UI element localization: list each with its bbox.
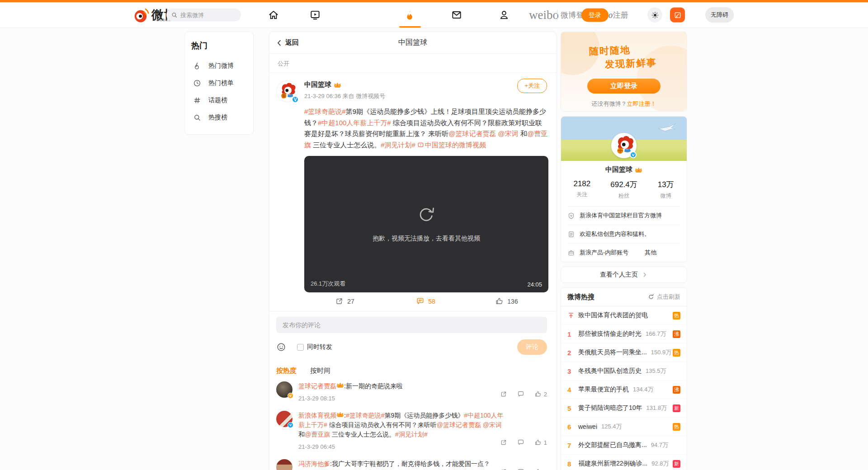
mention-link[interactable]: @宋词 — [498, 130, 519, 137]
hashtag-link[interactable]: #篮球奇葩说# — [346, 412, 385, 419]
vip-crown-icon — [336, 382, 344, 388]
comment-like-button[interactable]: 1 — [534, 439, 547, 446]
comment-reply-button[interactable] — [517, 439, 524, 446]
post-timestamp-source: 21-3-29 06:36 来自 微博视频号 — [304, 92, 385, 100]
comment-share-button[interactable] — [500, 390, 507, 398]
post-author-name[interactable]: 中国篮球 — [304, 80, 385, 89]
profile-icon[interactable] — [498, 9, 510, 21]
plane-icon — [657, 123, 677, 133]
hot-search-item[interactable]: 3冬残奥中国队创造历史135.5万 — [561, 362, 687, 381]
hot-search-count: 135.5万 — [646, 367, 680, 375]
comment-body: 冯济海他爹:我广大哥李宁鞋都扔了，耐克得给多钱，才能爱国一点？21-3-29 0… — [298, 459, 506, 470]
vip-crown-icon — [334, 82, 341, 88]
sidebar-title: 热门 — [185, 38, 253, 57]
login-button[interactable]: 登录 — [581, 8, 609, 22]
login-promo-card: 随时随地 发现新鲜事 立即登录 还没有微博？立即注册！ — [561, 32, 687, 112]
hot-search-item[interactable]: 2美俄航天员将一同乘坐...150.9万热 — [561, 343, 687, 362]
mention-link[interactable]: @曹亚旗 — [305, 431, 330, 438]
comment-reply-button[interactable] — [517, 468, 524, 470]
hot-search-text: 福建泉州新增22例确诊... — [578, 460, 647, 468]
comment-like-button[interactable]: 9 — [534, 468, 547, 470]
repost-checkbox-row[interactable]: 同时转发 — [297, 343, 332, 351]
share-count: 27 — [347, 298, 354, 305]
hot-search-rank: 5 — [567, 404, 578, 412]
repost-checkbox[interactable] — [297, 344, 304, 351]
video-link[interactable]: 中国篮球的微博视频 — [417, 141, 486, 149]
search-input[interactable] — [180, 12, 230, 19]
hashtag-link[interactable]: #洞见计划# — [395, 431, 428, 438]
home-icon[interactable] — [268, 9, 279, 21]
mention-link[interactable]: @宋词 — [483, 421, 502, 428]
post-text-segment: 三位专业人士怎么说。 — [330, 431, 395, 438]
comment-share-button[interactable] — [500, 468, 507, 470]
register-text[interactable]: 注册 — [613, 10, 628, 20]
comment-input[interactable] — [276, 317, 547, 333]
hashtag-link[interactable]: #篮球奇葩说# — [304, 108, 346, 115]
emoji-button[interactable] — [276, 342, 286, 352]
accessibility-button[interactable]: 无障碍 — [705, 7, 734, 23]
profile-stat-粉丝[interactable]: 692.4万粉丝 — [603, 179, 645, 200]
comment-avatar[interactable]: V — [276, 411, 292, 427]
comment-author-name[interactable]: 新浪体育视频 — [298, 412, 336, 419]
profile-stat-微博[interactable]: 13万微博 — [645, 179, 687, 200]
view-profile-button[interactable]: 查看个人主页 — [561, 267, 687, 283]
submit-comment-button[interactable]: 评论 — [517, 339, 547, 355]
video-link-label: 中国篮球的微博视频 — [425, 141, 486, 149]
share-button[interactable]: 27 — [304, 297, 385, 306]
comment-avatar[interactable] — [276, 459, 292, 470]
register-link[interactable]: 立即注册！ — [627, 100, 656, 107]
mail-icon[interactable] — [451, 9, 462, 21]
mention-link[interactable]: @篮球记者贾磊 — [437, 421, 481, 428]
profile-avatar[interactable]: V — [611, 133, 637, 158]
sidebar-item-1[interactable]: 热门榜单 — [185, 75, 253, 92]
video-icon[interactable] — [309, 9, 321, 21]
sidebar-item-label: 热门榜单 — [208, 79, 234, 87]
hot-search-item[interactable]: 1那些被疫情偷走的时光166.7万沸 — [561, 325, 687, 343]
comment-text: 新浪体育视频:#篮球奇葩说#第9期《运动员能挣多少钱》#中超100人年薪上千万#… — [298, 412, 503, 438]
comment-like-count: 9 — [544, 469, 547, 470]
post-action-bar: 27 58 136 — [304, 297, 547, 311]
compose-button[interactable] — [670, 8, 685, 23]
tab-sort-hot[interactable]: 按热度 — [276, 367, 297, 375]
sidebar-item-0[interactable]: 热门微博 — [185, 57, 253, 75]
hot-search-item[interactable]: 7外交部提醒已自乌撤离...94.7万 — [561, 436, 687, 455]
comment-author-name[interactable]: 冯济海他爹 — [298, 460, 330, 467]
weibo-slogan: 随时随地 发现新鲜事 — [561, 32, 687, 72]
hot-search-item[interactable]: 8福建泉州新增22例确诊...92.8万新 — [561, 455, 687, 470]
promo-login-button[interactable]: 立即登录 — [587, 79, 660, 94]
comment-count: 58 — [428, 298, 435, 305]
hot-fire-icon[interactable] — [404, 9, 416, 21]
hot-search-item[interactable]: 4苹果最便宜的手机134.4万沸 — [561, 381, 687, 399]
like-button[interactable]: 136 — [466, 297, 547, 306]
video-error-text: 抱歉，视频无法播放，去看看其他视频 — [373, 235, 480, 243]
comment-author-name[interactable]: 篮球记者贾磊 — [298, 382, 336, 390]
tab-sort-time[interactable]: 按时间 — [310, 367, 330, 375]
back-label: 返回 — [285, 38, 299, 47]
search-icon — [171, 12, 178, 19]
hot-search-item[interactable]: 致中国体育代表团的贺电热 — [561, 306, 687, 325]
repost-label: 同时转发 — [307, 343, 332, 351]
sidebar-item-2[interactable]: 话题榜 — [185, 92, 253, 109]
hashtag-link[interactable]: #洞见计划# — [381, 141, 415, 149]
comment-avatar[interactable]: V — [276, 381, 292, 398]
mention-link[interactable]: @篮球记者贾磊 — [448, 130, 496, 137]
hashtag-link[interactable]: #中超100人年薪上千万# — [318, 119, 391, 127]
hot-search-item[interactable]: 5黄子韬陆询暗恋了10年131.8万新 — [561, 399, 687, 418]
comment-reply-button[interactable] — [517, 390, 524, 398]
theme-toggle-button[interactable] — [647, 8, 662, 23]
profile-stat-关注[interactable]: 2182关注 — [561, 179, 603, 200]
refresh-button[interactable]: 点击刷新 — [648, 293, 680, 301]
comment-like-button[interactable]: 2 — [534, 390, 547, 398]
sidebar-item-3[interactable]: 热搜榜 — [185, 109, 253, 126]
post-text-segment: 和 — [298, 431, 305, 438]
refresh-label: 点击刷新 — [657, 293, 680, 301]
comment-button[interactable]: 58 — [385, 297, 466, 306]
refresh-icon — [648, 294, 654, 300]
post-author-avatar[interactable]: V — [276, 80, 298, 102]
replay-icon[interactable] — [416, 205, 436, 225]
sidebar-item-label: 热搜榜 — [208, 113, 227, 122]
comment-share-button[interactable] — [500, 439, 507, 446]
hot-search-item[interactable]: 6weiwei125.4万热 — [561, 418, 687, 436]
back-button[interactable]: 返回 — [275, 38, 299, 47]
follow-button[interactable]: +关注 — [517, 79, 547, 93]
